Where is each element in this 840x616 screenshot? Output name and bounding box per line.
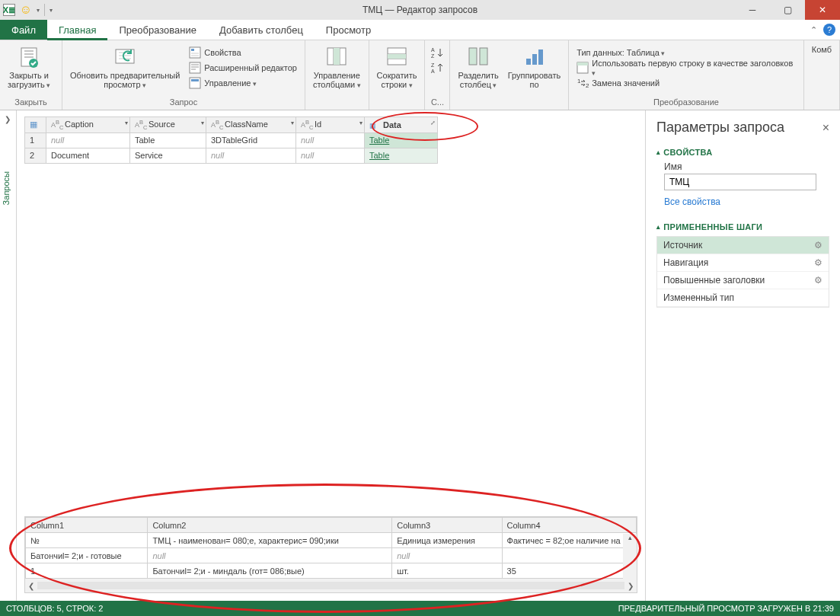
close-and-load-button[interactable]: Закрыть и загрузить xyxy=(3,43,55,97)
tab-add-column[interactable]: Добавить столбец xyxy=(208,20,315,40)
col-header-source[interactable]: ABCSource▾ xyxy=(130,117,206,133)
data-type-button[interactable]: Тип данных: Таблица xyxy=(572,45,800,60)
filter-icon[interactable]: ▾ xyxy=(201,120,204,126)
gear-icon[interactable]: ⚙ xyxy=(814,240,822,251)
properties-section-head[interactable]: СВОЙСТВА xyxy=(656,148,829,157)
preview-cell[interactable]: Батончиl= 2;и - готовые xyxy=(26,548,148,563)
grid-cell[interactable]: 3DTableGrid xyxy=(206,132,296,148)
sort-asc-button[interactable]: AZ xyxy=(430,45,445,60)
group-by-button[interactable]: Группировать по xyxy=(503,43,566,97)
applied-steps-head[interactable]: ПРИМЕНЕННЫЕ ШАГИ xyxy=(656,222,829,231)
preview-row[interactable]: 1Батончиl= 2;и - миндаль (гот= 086;вые)ш… xyxy=(26,563,637,579)
reduce-rows-button[interactable]: Сократить строки xyxy=(372,43,422,97)
refresh-preview-button[interactable]: Обновить предварительный просмотр xyxy=(65,43,184,97)
tab-transform[interactable]: Преобразование xyxy=(107,20,208,40)
maximize-button[interactable]: ▢ xyxy=(770,0,805,20)
corner-cell[interactable]: ▦ xyxy=(25,117,46,133)
type-text-icon: ABC xyxy=(301,119,315,131)
gear-icon[interactable]: ⚙ xyxy=(814,257,822,268)
preview-cell[interactable] xyxy=(502,548,636,563)
svg-text:Z: Z xyxy=(431,62,435,68)
manage-columns-button[interactable]: Управление столбцами xyxy=(308,43,366,97)
preview-cell[interactable]: № xyxy=(26,533,148,548)
grid-cell[interactable]: Table xyxy=(365,132,438,148)
preview-cell[interactable]: null xyxy=(392,548,502,563)
properties-button[interactable]: Свойства xyxy=(184,45,302,60)
feedback-icon[interactable]: ☺ xyxy=(20,4,32,16)
close-button[interactable]: ✕ xyxy=(805,0,840,20)
preview-cell[interactable]: Батончиl= 2;и - миндаль (гот= 086;вые) xyxy=(148,563,392,579)
filter-icon[interactable]: ▾ xyxy=(359,120,363,126)
applied-step[interactable]: Измененный тип xyxy=(657,289,829,307)
applied-step[interactable]: Повышенные заголовки⚙ xyxy=(657,272,829,289)
use-first-row-headers-button[interactable]: Использовать первую строку в качестве за… xyxy=(572,60,800,75)
split-column-button[interactable]: Разделить столбец xyxy=(453,43,503,97)
gear-icon[interactable]: ⚙ xyxy=(814,275,822,286)
replace-values-button[interactable]: 12 Замена значений xyxy=(572,75,800,91)
grid-cell[interactable]: null xyxy=(206,148,296,163)
row-number[interactable]: 2 xyxy=(25,148,46,163)
preview-cell[interactable]: ТМЦ - наименован= 080;е, характерис= 090… xyxy=(148,533,392,548)
col-header-data[interactable]: ▦Data⤢ xyxy=(365,117,438,133)
queries-side-rail[interactable]: ❯ Запросы xyxy=(0,110,17,601)
grid-cell[interactable]: null xyxy=(296,148,365,163)
preview-col4[interactable]: Column4 xyxy=(502,518,636,533)
rightpane-close-button[interactable]: × xyxy=(822,121,829,135)
grid-cell[interactable]: null xyxy=(46,132,130,148)
collapse-ribbon-icon[interactable]: ⌃ xyxy=(810,25,817,35)
scroll-up-icon[interactable]: ▴ xyxy=(628,534,632,541)
preview-cell[interactable]: шт. xyxy=(392,563,502,579)
preview-cell[interactable]: 35 xyxy=(502,563,636,579)
all-properties-link[interactable]: Все свойства xyxy=(664,196,720,207)
svg-rect-5 xyxy=(190,62,200,73)
grid-cell[interactable]: Service xyxy=(130,148,206,163)
preview-cell[interactable]: null xyxy=(148,548,392,563)
col-header-classname[interactable]: ABCClassName▾ xyxy=(206,117,296,133)
manage-icon xyxy=(189,77,201,89)
minimize-button[interactable]: ─ xyxy=(735,0,770,20)
applied-step[interactable]: Источник⚙ xyxy=(657,237,829,254)
properties-icon xyxy=(189,46,201,59)
data-grid[interactable]: ▦ ABCCaption▾ ABCSource▾ ABCClassName▾ A… xyxy=(24,116,438,164)
query-name-input[interactable] xyxy=(664,174,816,190)
feedback-dropdown-icon[interactable]: ▾ xyxy=(37,7,40,14)
scroll-left-icon[interactable]: ❮ xyxy=(28,582,34,590)
scroll-right-icon[interactable]: ❯ xyxy=(628,582,634,590)
row-number[interactable]: 1 xyxy=(25,132,46,148)
preview-col2[interactable]: Column2 xyxy=(148,518,392,533)
preview-cell[interactable]: Единица измерения xyxy=(392,533,502,548)
tab-file[interactable]: Файл xyxy=(0,20,47,40)
filter-icon[interactable]: ▾ xyxy=(291,120,294,126)
qat-customize-icon[interactable]: ▾ xyxy=(50,7,53,14)
expand-icon[interactable]: ⤢ xyxy=(430,120,436,126)
help-icon[interactable]: ? xyxy=(823,24,835,36)
preview-table[interactable]: Column1 Column2 Column3 Column4 №ТМЦ - н… xyxy=(25,517,637,579)
close-load-label: Закрыть и загрузить xyxy=(8,71,50,90)
manage-button[interactable]: Управление xyxy=(184,75,302,91)
filter-icon[interactable]: ▾ xyxy=(125,120,128,126)
col-header-id[interactable]: ABCId▾ xyxy=(296,117,365,133)
preview-col3[interactable]: Column3 xyxy=(392,518,502,533)
tab-view[interactable]: Просмотр xyxy=(315,20,382,40)
preview-row[interactable]: №ТМЦ - наименован= 080;е, характерис= 09… xyxy=(26,533,637,548)
grid-cell[interactable]: Table xyxy=(130,132,206,148)
preview-row[interactable]: Батончиl= 2;и - готовыеnullnull xyxy=(26,548,637,563)
tab-home[interactable]: Главная xyxy=(47,20,107,40)
grid-cell[interactable]: null xyxy=(296,132,365,148)
preview-scroll-v[interactable]: ▴ xyxy=(623,534,637,579)
grid-row[interactable]: 1nullTable3DTableGridnullTable xyxy=(25,132,438,148)
advanced-editor-button[interactable]: Расширенный редактор xyxy=(184,60,302,75)
grid-cell[interactable]: Table xyxy=(365,148,438,163)
sort-desc-button[interactable]: ZA xyxy=(430,60,445,75)
applied-step[interactable]: Навигация⚙ xyxy=(657,254,829,272)
grid-row[interactable]: 2DocumentServicenullnullTable xyxy=(25,148,438,163)
svg-text:A: A xyxy=(431,69,435,74)
preview-scroll-h[interactable]: ❮ ❯ xyxy=(25,579,637,592)
preview-cell[interactable]: Фактичес = 82;ое наличие на 08 xyxy=(502,533,636,548)
col-header-caption[interactable]: ABCCaption▾ xyxy=(46,117,130,133)
expand-queries-icon[interactable]: ❯ xyxy=(5,115,11,123)
preview-cell[interactable]: 1 xyxy=(26,563,148,579)
combine-button[interactable]: Комб xyxy=(807,43,836,97)
preview-col1[interactable]: Column1 xyxy=(26,518,148,533)
grid-cell[interactable]: Document xyxy=(46,148,130,163)
